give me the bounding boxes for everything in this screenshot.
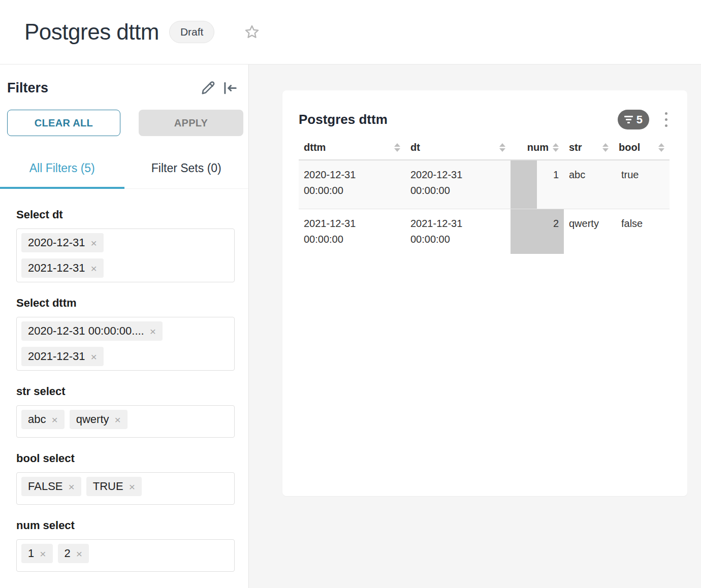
more-menu-icon[interactable] xyxy=(663,110,670,129)
remove-chip-icon[interactable]: × xyxy=(91,238,97,248)
remove-chip-icon[interactable]: × xyxy=(51,414,57,425)
cell-num: 2 xyxy=(511,209,564,254)
favorite-star-icon[interactable] xyxy=(244,24,260,40)
chip-label: 1 xyxy=(28,547,34,560)
filters-actions: CLEAR ALL APPLY xyxy=(0,110,248,136)
dashboard-grid: Postgres dttm 5 dttm xyxy=(249,64,701,588)
filter-label: str select xyxy=(16,385,235,398)
table-row[interactable]: 2020-12-31 00:00:00 2020-12-31 00:00:00 … xyxy=(299,160,670,209)
filter-section-select-dttm: Select dttm 2020-12-31 00:00:00.... × 20… xyxy=(16,297,235,371)
remove-chip-icon[interactable]: × xyxy=(91,351,97,362)
remove-chip-icon[interactable]: × xyxy=(129,481,135,492)
filter-value-chip: 2020-12-31 × xyxy=(21,233,104,252)
filter-label: num select xyxy=(16,519,235,532)
filter-value-chip: 2021-12-31 × xyxy=(21,347,104,366)
column-label: num xyxy=(527,142,549,153)
bool-select-input[interactable]: FALSE × TRUE × xyxy=(16,472,235,505)
remove-chip-icon[interactable]: × xyxy=(115,414,121,425)
column-label: str xyxy=(569,142,582,153)
sort-icon[interactable] xyxy=(394,143,400,152)
filter-funnel-icon xyxy=(624,116,633,123)
chip-label: 2021-12-31 xyxy=(28,262,85,275)
chip-label: 2020-12-31 xyxy=(28,236,85,249)
column-label: dt xyxy=(410,142,420,153)
column-header-bool[interactable]: bool xyxy=(614,142,670,160)
dashboard-header: Postgres dttm Draft xyxy=(0,0,701,64)
body-row: Filters CLEAR ALL APPLY xyxy=(0,64,701,588)
filter-section-select-dt: Select dt 2020-12-31 × 2021-12-31 × xyxy=(16,208,235,282)
filter-section-str-select: str select abc × qwerty × xyxy=(16,385,235,438)
cell-num: 1 xyxy=(511,160,564,209)
filter-value-chip: abc × xyxy=(21,410,65,429)
chip-label: TRUE xyxy=(93,480,123,493)
select-dttm-input[interactable]: 2020-12-31 00:00:00.... × 2021-12-31 × xyxy=(16,317,235,371)
chart-card-header: Postgres dttm 5 xyxy=(299,110,670,129)
filter-value-chip: 2 × xyxy=(58,544,89,563)
data-table: dttm dt num xyxy=(299,142,670,254)
filter-value-chip: FALSE × xyxy=(21,477,81,496)
sort-icon[interactable] xyxy=(658,143,664,152)
apply-button[interactable]: APPLY xyxy=(139,110,243,136)
column-header-dttm[interactable]: dttm xyxy=(299,142,405,160)
filter-sections: Select dt 2020-12-31 × 2021-12-31 × Sele… xyxy=(0,189,248,572)
tab-all-filters[interactable]: All Filters (5) xyxy=(0,152,124,188)
filter-label: Select dttm xyxy=(16,297,235,310)
chip-label: FALSE xyxy=(28,480,62,493)
table-header-row: dttm dt num xyxy=(299,142,670,160)
filter-value-chip: 1 × xyxy=(21,544,53,563)
remove-chip-icon[interactable]: × xyxy=(40,548,46,559)
chart-title: Postgres dttm xyxy=(299,112,388,127)
filter-section-bool-select: bool select FALSE × TRUE × xyxy=(16,452,235,505)
column-label: bool xyxy=(619,142,640,153)
sort-icon[interactable] xyxy=(602,143,609,152)
cell-dt: 2021-12-31 00:00:00 xyxy=(405,209,511,254)
collapse-panel-icon[interactable] xyxy=(220,80,239,96)
filter-value-chip: 2020-12-31 00:00:00.... × xyxy=(21,321,163,341)
remove-chip-icon[interactable]: × xyxy=(68,481,74,492)
applied-filters-badge[interactable]: 5 xyxy=(618,110,649,129)
filter-value-chip: TRUE × xyxy=(86,477,142,496)
filter-count: 5 xyxy=(636,113,643,126)
cell-bool: false xyxy=(614,209,670,254)
column-header-num[interactable]: num xyxy=(511,142,564,160)
filters-header-icons xyxy=(200,80,239,96)
tab-filter-sets[interactable]: Filter Sets (0) xyxy=(124,152,249,188)
remove-chip-icon[interactable]: × xyxy=(150,326,156,337)
filter-label: bool select xyxy=(16,452,235,465)
remove-chip-icon[interactable]: × xyxy=(91,263,97,274)
cell-dt: 2020-12-31 00:00:00 xyxy=(405,160,511,209)
cell-dttm: 2021-12-31 00:00:00 xyxy=(299,209,405,254)
table-row[interactable]: 2021-12-31 00:00:00 2021-12-31 00:00:00 … xyxy=(299,209,670,254)
filter-label: Select dt xyxy=(16,208,235,221)
chart-card: Postgres dttm 5 dttm xyxy=(282,90,687,496)
column-header-dt[interactable]: dt xyxy=(405,142,511,160)
chip-label: qwerty xyxy=(76,413,109,426)
select-dt-input[interactable]: 2020-12-31 × 2021-12-31 × xyxy=(16,228,235,282)
chip-label: 2021-12-31 xyxy=(28,350,85,363)
num-select-input[interactable]: 1 × 2 × xyxy=(16,539,235,572)
chip-label: 2 xyxy=(65,547,71,560)
cell-str: abc xyxy=(564,160,614,209)
filters-title: Filters xyxy=(7,80,48,96)
dashboard-page: Postgres dttm Draft Filters xyxy=(0,0,701,588)
cell-dttm: 2020-12-31 00:00:00 xyxy=(299,160,405,209)
chip-label: 2020-12-31 00:00:00.... xyxy=(28,324,144,338)
filter-value-chip: qwerty × xyxy=(70,410,128,429)
filter-section-num-select: num select 1 × 2 × xyxy=(16,519,235,572)
clear-all-button[interactable]: CLEAR ALL xyxy=(7,110,120,136)
chip-label: abc xyxy=(28,413,46,426)
remove-chip-icon[interactable]: × xyxy=(76,548,82,559)
column-label: dttm xyxy=(304,142,326,153)
cell-bool: true xyxy=(614,160,670,209)
sort-icon[interactable] xyxy=(499,143,505,152)
page-title: Postgres dttm xyxy=(24,19,159,45)
filter-value-chip: 2021-12-31 × xyxy=(21,258,104,278)
filters-panel-header: Filters xyxy=(0,64,248,96)
column-header-str[interactable]: str xyxy=(564,142,614,160)
filters-panel: Filters CLEAR ALL APPLY xyxy=(0,64,249,588)
str-select-input[interactable]: abc × qwerty × xyxy=(16,405,235,438)
edit-icon[interactable] xyxy=(200,80,216,96)
sort-icon[interactable] xyxy=(553,143,559,152)
status-badge: Draft xyxy=(169,21,215,43)
filters-tabs: All Filters (5) Filter Sets (0) xyxy=(0,152,248,189)
